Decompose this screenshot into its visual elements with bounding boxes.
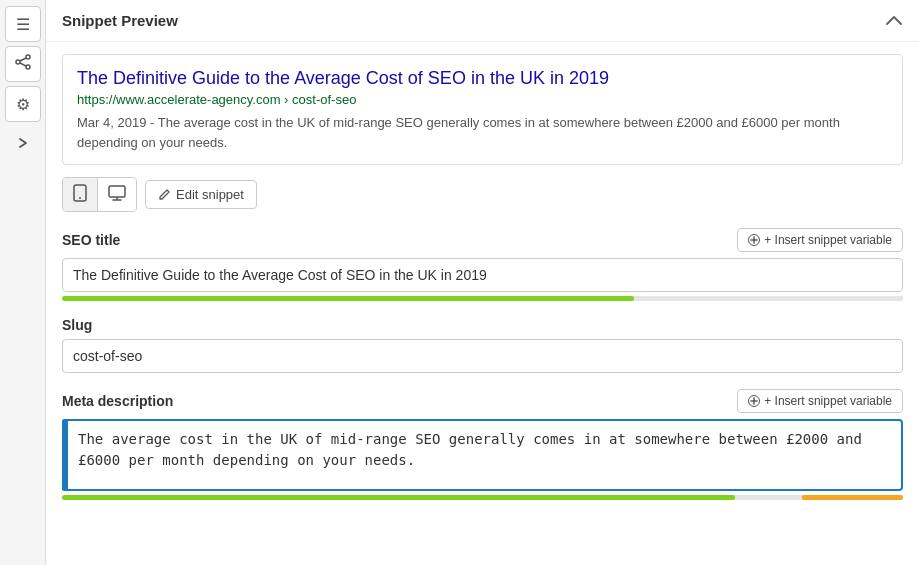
meta-desc-progress [62,495,903,500]
meta-desc-label: Meta description [62,393,173,409]
seo-progress-bg [634,296,903,301]
desktop-button[interactable] [98,178,136,211]
snippet-dash: - [150,115,158,130]
slug-section: Slug [46,317,919,389]
svg-line-3 [20,58,26,61]
slug-label: Slug [62,317,92,333]
snippet-date: Mar 4, 2019 [77,115,146,130]
expand-arrow[interactable] [14,134,32,152]
meta-description-section: Meta description + Insert snippet variab… [46,389,919,516]
meta-progress-spacer [735,495,802,500]
slug-header: Slug [62,317,903,333]
snippet-controls: Edit snippet [62,177,903,212]
mobile-button[interactable] [63,178,98,211]
panel-title: Snippet Preview [62,12,178,29]
meta-progress-green [62,495,735,500]
seo-title-header: SEO title + Insert snippet variable [62,228,903,252]
seo-title-progress [62,296,903,301]
collapse-button[interactable] [885,10,903,31]
meta-insert-label: + Insert snippet variable [764,394,892,408]
main-panel: Snippet Preview The Definitive Guide to … [46,0,919,565]
snippet-description-text: The average cost in the UK of mid-range … [77,115,840,150]
snippet-title: The Definitive Guide to the Average Cost… [77,67,888,90]
seo-title-label: SEO title [62,232,120,248]
share-icon [15,54,31,74]
meta-progress-orange [802,495,903,500]
hamburger-button[interactable]: ☰ [5,6,41,42]
snippet-url: https://www.accelerate-agency.com › cost… [77,92,888,107]
settings-button[interactable]: ⚙ [5,86,41,122]
snippet-preview: The Definitive Guide to the Average Cost… [62,54,903,165]
svg-point-1 [16,60,20,64]
share-button[interactable] [5,46,41,82]
snippet-date-description: Mar 4, 2019 - The average cost in the UK… [77,113,888,152]
edit-snippet-button[interactable]: Edit snippet [145,180,257,209]
seo-insert-label: + Insert snippet variable [764,233,892,247]
svg-point-6 [79,197,81,199]
svg-rect-7 [109,186,125,197]
seo-title-insert-variable-button[interactable]: + Insert snippet variable [737,228,903,252]
hamburger-icon: ☰ [16,15,30,34]
settings-icon: ⚙ [16,95,30,114]
seo-title-section: SEO title + Insert snippet variable [46,228,919,317]
edit-snippet-label: Edit snippet [176,187,244,202]
seo-title-input[interactable] [62,258,903,292]
slug-input[interactable] [62,339,903,373]
panel-header: Snippet Preview [46,0,919,42]
meta-desc-wrapper [62,419,903,491]
svg-point-0 [26,55,30,59]
meta-insert-variable-button[interactable]: + Insert snippet variable [737,389,903,413]
svg-line-4 [20,63,26,66]
device-toggle [62,177,137,212]
meta-desc-header: Meta description + Insert snippet variab… [62,389,903,413]
seo-progress-green [62,296,634,301]
svg-point-2 [26,65,30,69]
meta-description-input[interactable] [66,419,903,491]
sidebar: ☰ ⚙ [0,0,46,565]
